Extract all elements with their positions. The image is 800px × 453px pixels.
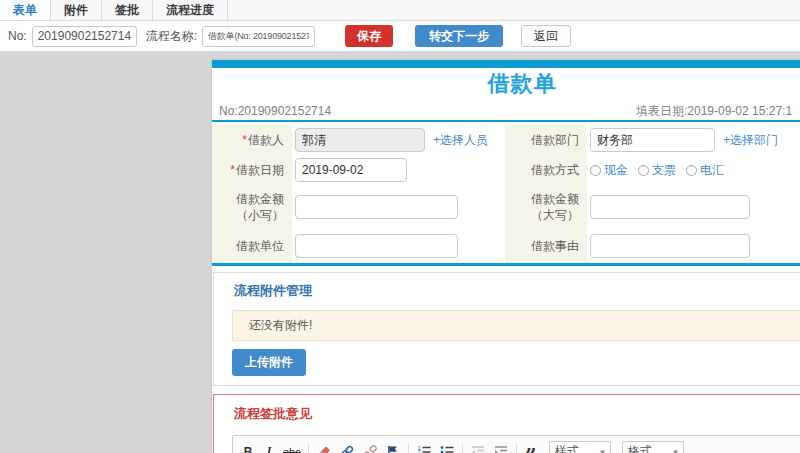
save-button[interactable]: 保存	[345, 25, 393, 47]
loan-method-radio-group: 现金 支票 电汇	[590, 162, 724, 179]
borrower-input[interactable]	[295, 128, 425, 152]
process-name-label: 流程名称:	[146, 28, 197, 45]
select-person-link[interactable]: +选择人员	[433, 132, 488, 149]
indent-icon[interactable]	[493, 443, 509, 453]
link-icon[interactable]	[339, 443, 355, 453]
borrower-label: * 借款人	[212, 125, 292, 155]
loan-form-panel: 借款单 No:20190902152714 填表日期:2019-09-02 15…	[212, 60, 800, 453]
required-mark: *	[242, 132, 247, 148]
approval-panel: 流程签批意见 B I abc	[213, 394, 800, 453]
back-button[interactable]: 返回	[521, 25, 571, 47]
amount-uppercase-label: 借款金额（大写）	[505, 185, 587, 229]
tab-attachments-label: 附件	[64, 3, 88, 17]
loan-date-label: * 借款日期	[212, 155, 292, 185]
no-attachment-alert: 还没有附件!	[232, 310, 800, 341]
method-option-cheque[interactable]: 支票	[638, 162, 676, 179]
cheque-radio[interactable]	[638, 165, 649, 176]
action-toolbar: No: 流程名称: 保存 转交下一步 返回	[0, 21, 800, 52]
unlink-icon[interactable]	[362, 443, 378, 453]
method-option-wire[interactable]: 电汇	[686, 162, 724, 179]
tab-approval[interactable]: 签批	[102, 0, 153, 20]
required-mark: *	[230, 162, 235, 178]
toolbar-separator	[308, 444, 309, 453]
no-label: No:	[8, 29, 27, 43]
attachment-panel: 流程附件管理 还没有附件! 上传附件	[213, 272, 800, 386]
loan-unit-label: 借款单位	[212, 229, 292, 263]
department-input[interactable]	[590, 128, 715, 152]
blockquote-icon[interactable]: ”	[524, 443, 538, 453]
remove-format-icon[interactable]	[316, 443, 332, 453]
editor-toolbar: B I abc 123	[233, 436, 800, 453]
method-option-cash[interactable]: 现金	[590, 162, 628, 179]
bold-icon[interactable]: B	[241, 443, 255, 453]
numbered-list-icon[interactable]: 123	[416, 443, 432, 453]
loan-form-grid: * 借款人 +选择人员 借款部门 +选择部门 * 借款日期 借款方式	[212, 125, 800, 266]
wire-radio[interactable]	[686, 165, 697, 176]
format-dropdown[interactable]: 格式 ▾	[622, 441, 684, 453]
chevron-down-icon: ▾	[673, 447, 678, 453]
tab-form[interactable]: 表单	[0, 0, 51, 20]
upload-attachment-button[interactable]: 上传附件	[232, 349, 306, 376]
toolbar-separator	[462, 444, 463, 453]
loan-reason-label: 借款事由	[505, 229, 587, 263]
style-dropdown-label: 样式	[555, 443, 579, 453]
tab-form-label: 表单	[13, 3, 37, 17]
format-dropdown-label: 格式	[628, 443, 652, 453]
no-input[interactable]	[32, 26, 137, 47]
amount-lowercase-label: 借款金额（小写）	[212, 185, 292, 229]
fill-date: 填表日期:2019-09-02 15:27:1	[636, 100, 792, 122]
tab-approval-label: 签批	[115, 3, 139, 17]
anchor-flag-icon[interactable]	[385, 443, 401, 453]
loan-reason-input[interactable]	[590, 234, 750, 258]
tab-attachments[interactable]: 附件	[51, 0, 102, 20]
form-meta-row: No:20190902152714 填表日期:2019-09-02 15:27:…	[212, 100, 800, 122]
chevron-down-icon: ▾	[600, 447, 605, 453]
toolbar-separator	[408, 444, 409, 453]
tab-progress-label: 流程进度	[166, 3, 214, 17]
loan-unit-input[interactable]	[295, 234, 458, 258]
bulleted-list-icon[interactable]	[439, 443, 455, 453]
select-department-link[interactable]: +选择部门	[723, 132, 778, 149]
outdent-icon[interactable]	[470, 443, 486, 453]
cash-radio[interactable]	[590, 165, 601, 176]
document-number: No:20190902152714	[219, 104, 331, 118]
amount-lowercase-input[interactable]	[295, 195, 458, 219]
italic-icon[interactable]: I	[262, 443, 276, 453]
strikethrough-icon[interactable]: abc	[283, 443, 301, 453]
panel-top-accent-bar	[212, 60, 800, 68]
loan-date-input[interactable]	[295, 158, 407, 182]
rich-text-editor: B I abc 123	[232, 435, 800, 453]
amount-uppercase-input[interactable]	[590, 195, 750, 219]
tab-progress[interactable]: 流程进度	[153, 0, 228, 20]
attachment-panel-title: 流程附件管理	[234, 282, 800, 300]
process-name-input[interactable]	[202, 26, 315, 47]
approval-panel-title: 流程签批意见	[234, 405, 800, 423]
loan-method-label: 借款方式	[505, 155, 587, 185]
forward-next-step-button[interactable]: 转交下一步	[415, 25, 503, 47]
department-label: 借款部门	[505, 125, 587, 155]
page-title: 借款单	[488, 69, 557, 99]
toolbar-separator	[516, 444, 517, 453]
tab-bar: 表单 附件 签批 流程进度	[0, 0, 800, 21]
style-dropdown[interactable]: 样式 ▾	[549, 441, 611, 453]
